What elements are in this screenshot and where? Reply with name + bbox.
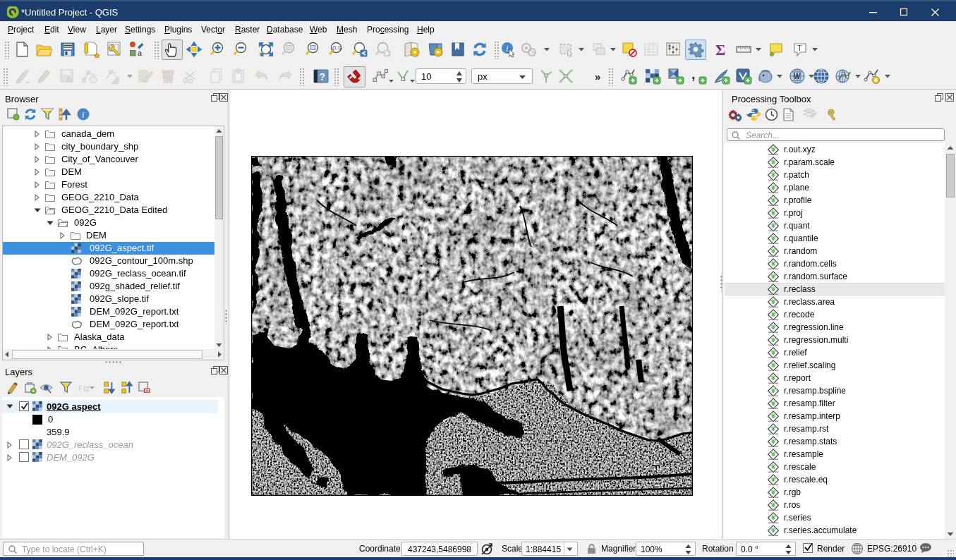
svg-text:,: , (691, 68, 696, 82)
svg-text:ε: ε (78, 382, 83, 393)
svg-text:(1:1): (1:1) (332, 45, 341, 51)
svg-text:i: i (506, 43, 509, 54)
svg-text:a: a (138, 49, 143, 57)
svg-text:Σ: Σ (715, 41, 725, 58)
svg-text:W: W (794, 73, 801, 80)
svg-text:T: T (797, 44, 802, 52)
svg-text:?: ? (320, 71, 326, 83)
svg-text:i: i (82, 109, 85, 120)
